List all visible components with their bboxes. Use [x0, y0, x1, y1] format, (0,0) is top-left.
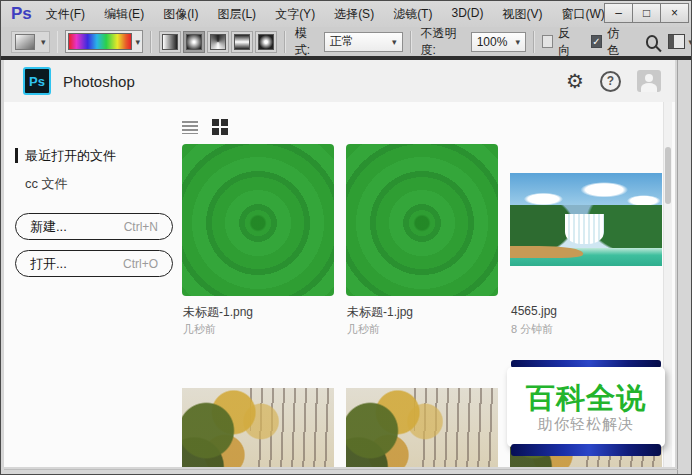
recent-file-4565-jpg[interactable]: 4565.jpg 8 分钟前: [510, 144, 662, 296]
photoshop-window: Ps 文件(F) 编辑(E) 图像(I) 图层(L) 文字(Y) 选择(S) 滤…: [0, 0, 692, 475]
chevron-down-icon: ▾: [688, 37, 692, 47]
opacity-select[interactable]: 100% ▾: [471, 32, 526, 52]
file-time: 几秒前: [183, 322, 216, 337]
blend-mode-value: 正常: [330, 33, 354, 50]
ps-app-icon: Ps: [23, 67, 51, 95]
open-file-shortcut: Ctrl+O: [123, 257, 158, 271]
active-item-marker: [15, 148, 18, 163]
checkbox-icon: [591, 35, 602, 48]
gradient-spectrum-icon: [68, 33, 132, 50]
watermark-title: 百科全说: [507, 379, 665, 419]
menu-file[interactable]: 文件(F): [46, 6, 85, 23]
chevron-down-icon: ▾: [135, 37, 140, 47]
workspace-switcher-icon[interactable]: [668, 34, 685, 49]
radial-gradient-button[interactable]: [183, 31, 205, 53]
file-thumbnail: [182, 388, 334, 467]
radial-gradient-icon: [186, 34, 202, 50]
menu-type[interactable]: 文字(Y): [275, 6, 315, 23]
reverse-checkbox[interactable]: 反向: [542, 25, 579, 59]
linear-gradient-button[interactable]: [159, 31, 181, 53]
gradient-preset-swatch-icon: [15, 34, 35, 50]
maximize-button[interactable]: □: [632, 3, 661, 23]
help-icon[interactable]: ?: [600, 71, 621, 92]
tool-options-bar: ▾ ▾ 模式: 正常 ▾ 不透明度: 100% ▾ 反向: [1, 27, 692, 57]
diamond-gradient-icon: [258, 34, 274, 50]
chevron-down-icon: ▾: [41, 37, 46, 47]
menu-edit[interactable]: 编辑(E): [104, 6, 144, 23]
blend-mode-select[interactable]: 正常 ▾: [324, 32, 403, 52]
recent-file-untitled-png[interactable]: 未标题-1.png 几秒前: [182, 144, 334, 296]
file-time: 几秒前: [347, 322, 380, 337]
new-file-shortcut: Ctrl+N: [124, 220, 158, 234]
menu-layer[interactable]: 图层(L): [217, 6, 256, 23]
tool-preset-picker[interactable]: ▾: [11, 31, 50, 53]
angle-gradient-button[interactable]: [207, 31, 229, 53]
sidebar-item-cc-files[interactable]: cc 文件: [25, 175, 68, 193]
gradient-type-buttons: [159, 31, 277, 53]
new-file-label: 新建...: [30, 218, 67, 236]
page-title: Photoshop: [63, 73, 135, 90]
recent-file-tile[interactable]: [346, 388, 498, 467]
linear-gradient-icon: [162, 34, 178, 50]
close-button[interactable]: ×: [660, 3, 689, 23]
avatar[interactable]: [637, 70, 661, 92]
mode-label: 模式:: [295, 25, 319, 59]
search-icon[interactable]: [646, 35, 659, 49]
app-logo: Ps: [11, 4, 32, 24]
file-thumbnail: [182, 144, 334, 296]
title-bar: Ps 文件(F) 编辑(E) 图像(I) 图层(L) 文字(Y) 选择(S) 滤…: [1, 1, 692, 28]
start-screen-header: Ps Photoshop ⚙ ?: [4, 60, 675, 103]
checkbox-icon: [542, 35, 553, 48]
menu-view[interactable]: 视图(V): [502, 6, 542, 23]
menu-select[interactable]: 选择(S): [334, 6, 374, 23]
chevron-down-icon: ▾: [515, 37, 520, 47]
reflected-gradient-button[interactable]: [231, 31, 253, 53]
opacity-label: 不透明度:: [421, 25, 466, 59]
angle-gradient-icon: [210, 34, 226, 50]
file-thumbnail: [346, 388, 498, 467]
sidebar-item-recent-files[interactable]: 最近打开的文件: [25, 147, 116, 165]
watermark-badge: 百科全说 助你轻松解决: [507, 357, 665, 461]
dither-checkbox[interactable]: 仿色: [591, 25, 628, 59]
window-frame-line: [4, 469, 678, 470]
menu-window[interactable]: 窗口(W): [561, 6, 604, 23]
recent-file-untitled-jpg[interactable]: 未标题-1.jpg 几秒前: [346, 144, 498, 296]
file-name: 未标题-1.png: [183, 304, 253, 321]
dither-label: 仿色: [607, 25, 628, 59]
window-frame-line: [677, 60, 678, 475]
file-name: 未标题-1.jpg: [347, 304, 413, 321]
file-thumbnail: [346, 144, 498, 296]
grid-view-icon[interactable]: [212, 119, 229, 136]
minimize-button[interactable]: –: [604, 3, 633, 23]
opacity-value: 100%: [477, 35, 508, 49]
recent-file-tile[interactable]: [182, 388, 334, 467]
menu-filter[interactable]: 滤镜(T): [393, 6, 432, 23]
new-file-button[interactable]: 新建... Ctrl+N: [15, 213, 173, 240]
scrollbar-thumb[interactable]: [665, 147, 671, 204]
window-controls: – □ ×: [605, 3, 689, 23]
watermark-subtitle: 助你轻松解决: [507, 415, 665, 434]
open-file-button[interactable]: 打开... Ctrl+O: [15, 250, 173, 277]
menu-image[interactable]: 图像(I): [163, 6, 198, 23]
reflected-gradient-icon: [234, 34, 250, 50]
list-view-icon[interactable]: [182, 121, 198, 134]
file-name: 4565.jpg: [511, 304, 557, 318]
chevron-down-icon: ▾: [392, 37, 397, 47]
diamond-gradient-button[interactable]: [255, 31, 277, 53]
reverse-label: 反向: [558, 25, 579, 59]
gear-icon[interactable]: ⚙: [566, 71, 584, 91]
file-thumbnail: [510, 173, 662, 266]
open-file-label: 打开...: [30, 255, 67, 273]
menu-bar: 文件(F) 编辑(E) 图像(I) 图层(L) 文字(Y) 选择(S) 滤镜(T…: [46, 6, 665, 23]
file-time: 8 分钟前: [511, 322, 553, 337]
menu-3d[interactable]: 3D(D): [451, 6, 483, 23]
watermark-bottom-bar: [511, 444, 661, 456]
gradient-editor-picker[interactable]: ▾: [65, 30, 143, 53]
